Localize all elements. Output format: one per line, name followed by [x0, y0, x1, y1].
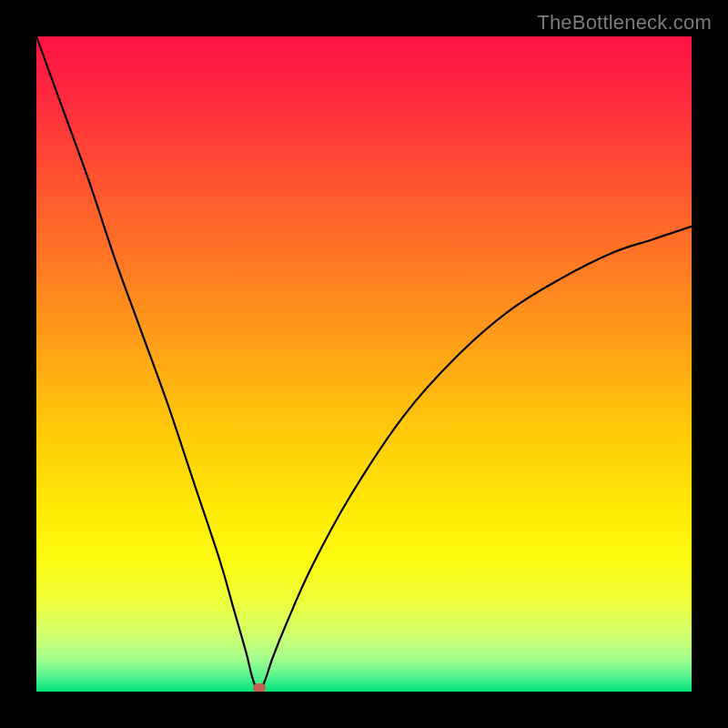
optimum-marker: [253, 683, 266, 692]
plot-area: [36, 36, 692, 692]
bottleneck-curve: [36, 36, 692, 692]
chart-frame: TheBottleneck.com: [0, 0, 728, 728]
watermark-text: TheBottleneck.com: [537, 11, 712, 35]
